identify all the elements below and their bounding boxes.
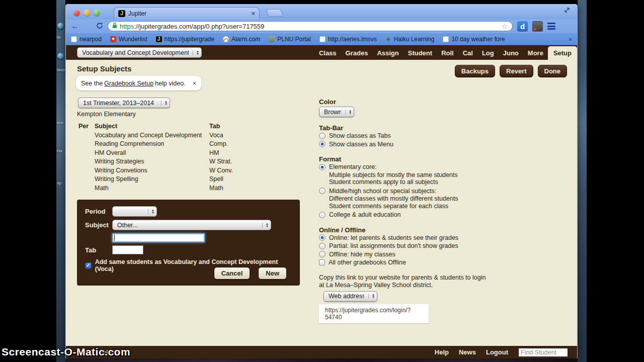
bookmark-wunderlist[interactable]: ★Wunderlist	[110, 36, 147, 43]
radio-online[interactable]	[319, 234, 326, 241]
table-row-subject[interactable]: Writing Strategies	[95, 158, 209, 167]
revert-button[interactable]: Revert	[500, 65, 533, 77]
nav-item-log[interactable]: Log	[477, 46, 499, 60]
haiku-tree-icon: ♣	[385, 36, 391, 42]
subject-dropdown[interactable]: Other... ▲▼	[112, 220, 271, 230]
login-link-box[interactable]: https://jupitergrades.com/login/?54740	[319, 304, 429, 323]
table-row-tab: Voca	[209, 132, 245, 141]
gradebook-setup-link[interactable]: Gradebook Setup	[104, 80, 153, 87]
table-row-subject[interactable]: Vocabulary and Concept Development	[95, 132, 209, 141]
table-row-subject[interactable]: Reading Comprehension	[95, 140, 209, 149]
bookmark-haiku[interactable]: ♣Haiku Learning	[385, 36, 435, 43]
radio-partial[interactable]	[319, 243, 326, 249]
expand-window-icon[interactable]	[564, 7, 570, 15]
table-row-tab: HM	[209, 149, 245, 158]
nav-item-setup-active[interactable]: Setup	[548, 46, 577, 60]
checkbox-all-other-offline[interactable]	[319, 259, 325, 265]
subjects-table: Per Subject Tab Vocabulary and Concept D…	[78, 123, 245, 193]
color-dropdown[interactable]: Brown ▲▼	[319, 107, 354, 117]
cancel-button[interactable]: Cancel	[214, 267, 251, 280]
table-row-subject[interactable]: Math	[95, 185, 209, 194]
bookmark-weather[interactable]: 10 day weather fore	[443, 36, 505, 43]
copy-link-text-line1: Copy this link to your website for paren…	[319, 274, 530, 282]
subject-label: Subject	[85, 221, 112, 229]
close-window-button[interactable]	[73, 10, 80, 16]
tabbar-heading: Tab-Bar	[319, 124, 530, 132]
zoom-window-button[interactable]	[94, 10, 100, 16]
logout-link[interactable]: Logout	[486, 348, 508, 356]
desktop-bottom-sliver	[65, 358, 578, 362]
period-dropdown[interactable]: ▲▼	[112, 206, 157, 217]
bookmark-plnu[interactable]: PLNU Portal	[269, 36, 311, 43]
bookmark-jupitergrades[interactable]: Jhttps://jupitergrade	[156, 36, 214, 43]
radio-classes-as-tabs[interactable]	[319, 133, 326, 139]
col-header-subject: Subject	[95, 123, 209, 132]
url-protocol: https	[120, 23, 134, 30]
nav-item-grades[interactable]: Grades	[341, 46, 373, 60]
radio-classes-as-menu[interactable]	[319, 141, 326, 147]
same-students-checkbox[interactable]: ✓	[85, 262, 92, 269]
desktop-icon-label: /Ip	[57, 181, 65, 186]
tab-close-icon[interactable]: ×	[251, 10, 255, 17]
bookmarks-overflow-icon[interactable]: »	[569, 36, 572, 43]
bookmark-alarm[interactable]: Alarm.com	[223, 36, 260, 43]
radio-middle-high[interactable]	[319, 188, 326, 194]
help-link[interactable]: Help	[435, 348, 449, 356]
nav-item-roll[interactable]: Roll	[437, 46, 458, 60]
web-address-dropdown[interactable]: Web address ▲▼	[324, 291, 377, 302]
text-caret	[114, 235, 115, 241]
done-button[interactable]: Done	[538, 65, 568, 77]
table-row-subject[interactable]: Writing Spelling	[95, 175, 209, 185]
minimize-window-button[interactable]	[84, 10, 90, 16]
tab-label: Tab	[85, 246, 112, 254]
table-cell-per	[78, 158, 95, 167]
radio-elementary-core[interactable]	[319, 164, 326, 170]
find-student-input[interactable]: Find Student	[518, 348, 568, 357]
color-heading: Color	[319, 98, 530, 106]
d-extension-icon[interactable]: d	[517, 21, 528, 32]
backups-button[interactable]: Backups	[455, 65, 495, 77]
radio-college-adult[interactable]	[319, 212, 326, 218]
back-button[interactable]: ←	[71, 22, 79, 30]
copy-link-text-line2: at La Mesa–Spring Valley School district…	[319, 282, 530, 289]
chrome-menu-icon[interactable]	[547, 23, 555, 30]
select-stepper-icon: ▲▼	[262, 223, 269, 228]
desktop-icon	[57, 53, 64, 59]
table-row-subject[interactable]: HM Overall	[95, 149, 209, 158]
bookmark-star-icon[interactable]: ☆	[502, 23, 508, 30]
browser-tab[interactable]: J Jupiter ×	[114, 7, 260, 19]
col-header-per: Per	[78, 123, 95, 132]
refresh-button[interactable]	[96, 22, 103, 31]
page-icon	[71, 36, 77, 42]
table-row-subject[interactable]: Writing Convetions	[95, 167, 209, 176]
avatar-extension-icon[interactable]	[532, 21, 543, 32]
browser-titlebar: J Jupiter ×	[66, 4, 577, 19]
radio-offline[interactable]	[319, 251, 326, 257]
table-row-tab: W Conv.	[209, 167, 245, 176]
forward-button[interactable]: →	[84, 22, 92, 30]
banner-close-icon[interactable]: ×	[193, 80, 196, 87]
school-name: Kempton Elementary	[77, 111, 136, 118]
subject-name-input[interactable]	[112, 233, 205, 242]
desktop-icon	[57, 23, 64, 29]
bookmark-aeries[interactable]: http://aeries.lmsvs	[319, 36, 377, 43]
nav-item-class[interactable]: Class	[314, 46, 341, 60]
bookmark-nearpod[interactable]: nearpod	[71, 36, 102, 43]
format-subline: Multiple subjects for mostly the same st…	[329, 171, 530, 179]
desktop-icon-label: Ha	[57, 149, 65, 153]
url-bar[interactable]: https://jupitergrades.com/app/0.php?user…	[108, 21, 513, 31]
nav-item-cal[interactable]: Cal	[458, 46, 477, 60]
news-link[interactable]: News	[459, 348, 476, 356]
nav-item-more[interactable]: More	[523, 46, 548, 60]
browser-window: J Jupiter × ← → https://jupitergrades.co…	[65, 4, 578, 358]
tab-name-input[interactable]	[112, 245, 143, 254]
nav-item-juno[interactable]: Juno	[499, 46, 523, 60]
term-dropdown[interactable]: 1st Trimester, 2013–2014 ▲▼	[78, 98, 170, 108]
browser-toolbar: ← → https://jupitergrades.com/app/0.php?…	[66, 19, 577, 33]
class-selector-dropdown[interactable]: Vocabulary and Concept Development ▲▼	[77, 47, 202, 58]
new-button[interactable]: New	[258, 267, 287, 280]
table-cell-per	[78, 140, 95, 149]
nav-item-assign[interactable]: Assign	[372, 46, 403, 60]
new-tab-button[interactable]	[266, 9, 284, 17]
nav-item-student[interactable]: Student	[404, 46, 437, 60]
